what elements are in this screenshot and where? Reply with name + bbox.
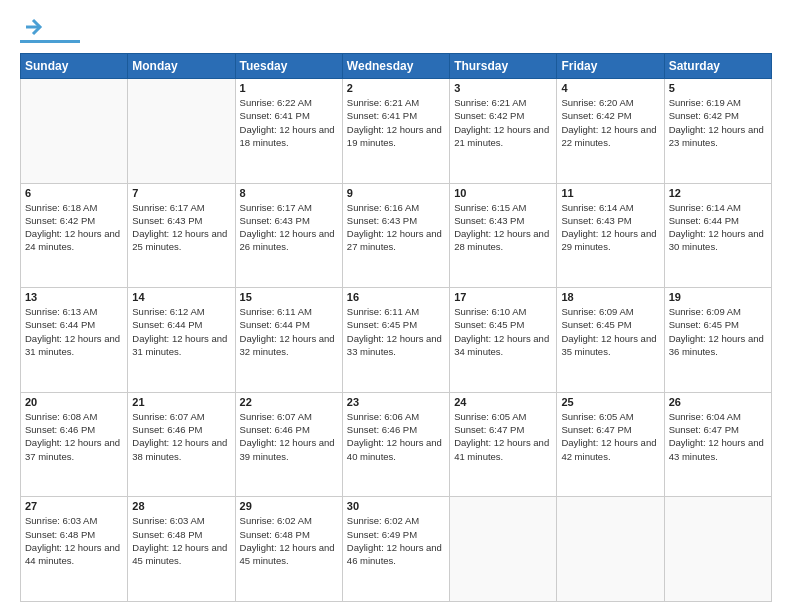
day-info: Sunrise: 6:02 AMSunset: 6:48 PMDaylight:… [240,514,338,567]
day-number: 12 [669,187,767,199]
day-number: 5 [669,82,767,94]
table-cell [557,497,664,602]
calendar-week-row: 6Sunrise: 6:18 AMSunset: 6:42 PMDaylight… [21,183,772,288]
day-number: 18 [561,291,659,303]
day-info: Sunrise: 6:20 AMSunset: 6:42 PMDaylight:… [561,96,659,149]
table-cell: 11Sunrise: 6:14 AMSunset: 6:43 PMDayligh… [557,183,664,288]
table-cell [128,79,235,184]
day-number: 28 [132,500,230,512]
day-info: Sunrise: 6:11 AMSunset: 6:45 PMDaylight:… [347,305,445,358]
day-info: Sunrise: 6:09 AMSunset: 6:45 PMDaylight:… [669,305,767,358]
day-info: Sunrise: 6:12 AMSunset: 6:44 PMDaylight:… [132,305,230,358]
day-info: Sunrise: 6:18 AMSunset: 6:42 PMDaylight:… [25,201,123,254]
day-number: 23 [347,396,445,408]
table-cell [450,497,557,602]
day-number: 27 [25,500,123,512]
calendar-week-row: 27Sunrise: 6:03 AMSunset: 6:48 PMDayligh… [21,497,772,602]
day-info: Sunrise: 6:09 AMSunset: 6:45 PMDaylight:… [561,305,659,358]
day-number: 14 [132,291,230,303]
table-cell: 18Sunrise: 6:09 AMSunset: 6:45 PMDayligh… [557,288,664,393]
day-number: 3 [454,82,552,94]
day-number: 11 [561,187,659,199]
day-number: 10 [454,187,552,199]
col-friday: Friday [557,54,664,79]
col-thursday: Thursday [450,54,557,79]
table-cell: 24Sunrise: 6:05 AMSunset: 6:47 PMDayligh… [450,392,557,497]
table-cell: 20Sunrise: 6:08 AMSunset: 6:46 PMDayligh… [21,392,128,497]
day-number: 6 [25,187,123,199]
day-info: Sunrise: 6:07 AMSunset: 6:46 PMDaylight:… [132,410,230,463]
day-number: 2 [347,82,445,94]
day-number: 25 [561,396,659,408]
day-info: Sunrise: 6:21 AMSunset: 6:41 PMDaylight:… [347,96,445,149]
day-info: Sunrise: 6:03 AMSunset: 6:48 PMDaylight:… [132,514,230,567]
day-number: 17 [454,291,552,303]
table-cell: 5Sunrise: 6:19 AMSunset: 6:42 PMDaylight… [664,79,771,184]
logo-underline [20,40,80,43]
table-cell: 8Sunrise: 6:17 AMSunset: 6:43 PMDaylight… [235,183,342,288]
day-number: 13 [25,291,123,303]
col-tuesday: Tuesday [235,54,342,79]
table-cell: 21Sunrise: 6:07 AMSunset: 6:46 PMDayligh… [128,392,235,497]
day-number: 20 [25,396,123,408]
day-info: Sunrise: 6:17 AMSunset: 6:43 PMDaylight:… [132,201,230,254]
table-cell: 14Sunrise: 6:12 AMSunset: 6:44 PMDayligh… [128,288,235,393]
day-info: Sunrise: 6:22 AMSunset: 6:41 PMDaylight:… [240,96,338,149]
day-info: Sunrise: 6:03 AMSunset: 6:48 PMDaylight:… [25,514,123,567]
day-number: 21 [132,396,230,408]
table-cell: 6Sunrise: 6:18 AMSunset: 6:42 PMDaylight… [21,183,128,288]
day-number: 29 [240,500,338,512]
table-cell: 4Sunrise: 6:20 AMSunset: 6:42 PMDaylight… [557,79,664,184]
table-cell: 9Sunrise: 6:16 AMSunset: 6:43 PMDaylight… [342,183,449,288]
day-number: 15 [240,291,338,303]
logo-icon [22,16,44,38]
table-cell: 7Sunrise: 6:17 AMSunset: 6:43 PMDaylight… [128,183,235,288]
table-cell [664,497,771,602]
day-number: 19 [669,291,767,303]
day-info: Sunrise: 6:13 AMSunset: 6:44 PMDaylight:… [25,305,123,358]
table-cell: 29Sunrise: 6:02 AMSunset: 6:48 PMDayligh… [235,497,342,602]
table-cell: 28Sunrise: 6:03 AMSunset: 6:48 PMDayligh… [128,497,235,602]
table-cell: 22Sunrise: 6:07 AMSunset: 6:46 PMDayligh… [235,392,342,497]
table-cell: 26Sunrise: 6:04 AMSunset: 6:47 PMDayligh… [664,392,771,497]
day-info: Sunrise: 6:04 AMSunset: 6:47 PMDaylight:… [669,410,767,463]
day-number: 4 [561,82,659,94]
col-monday: Monday [128,54,235,79]
calendar-week-row: 20Sunrise: 6:08 AMSunset: 6:46 PMDayligh… [21,392,772,497]
day-info: Sunrise: 6:15 AMSunset: 6:43 PMDaylight:… [454,201,552,254]
table-cell: 17Sunrise: 6:10 AMSunset: 6:45 PMDayligh… [450,288,557,393]
table-cell: 30Sunrise: 6:02 AMSunset: 6:49 PMDayligh… [342,497,449,602]
day-info: Sunrise: 6:21 AMSunset: 6:42 PMDaylight:… [454,96,552,149]
day-info: Sunrise: 6:02 AMSunset: 6:49 PMDaylight:… [347,514,445,567]
day-info: Sunrise: 6:14 AMSunset: 6:43 PMDaylight:… [561,201,659,254]
col-sunday: Sunday [21,54,128,79]
day-number: 8 [240,187,338,199]
table-cell: 15Sunrise: 6:11 AMSunset: 6:44 PMDayligh… [235,288,342,393]
day-info: Sunrise: 6:11 AMSunset: 6:44 PMDaylight:… [240,305,338,358]
day-number: 7 [132,187,230,199]
table-cell: 25Sunrise: 6:05 AMSunset: 6:47 PMDayligh… [557,392,664,497]
day-info: Sunrise: 6:14 AMSunset: 6:44 PMDaylight:… [669,201,767,254]
day-number: 24 [454,396,552,408]
day-info: Sunrise: 6:16 AMSunset: 6:43 PMDaylight:… [347,201,445,254]
table-cell: 3Sunrise: 6:21 AMSunset: 6:42 PMDaylight… [450,79,557,184]
col-wednesday: Wednesday [342,54,449,79]
day-number: 30 [347,500,445,512]
day-info: Sunrise: 6:05 AMSunset: 6:47 PMDaylight:… [454,410,552,463]
logo [20,16,80,43]
day-info: Sunrise: 6:05 AMSunset: 6:47 PMDaylight:… [561,410,659,463]
day-info: Sunrise: 6:07 AMSunset: 6:46 PMDaylight:… [240,410,338,463]
day-info: Sunrise: 6:17 AMSunset: 6:43 PMDaylight:… [240,201,338,254]
calendar-week-row: 1Sunrise: 6:22 AMSunset: 6:41 PMDaylight… [21,79,772,184]
table-cell: 19Sunrise: 6:09 AMSunset: 6:45 PMDayligh… [664,288,771,393]
calendar-table: Sunday Monday Tuesday Wednesday Thursday… [20,53,772,602]
calendar-week-row: 13Sunrise: 6:13 AMSunset: 6:44 PMDayligh… [21,288,772,393]
table-cell: 13Sunrise: 6:13 AMSunset: 6:44 PMDayligh… [21,288,128,393]
day-number: 26 [669,396,767,408]
day-info: Sunrise: 6:19 AMSunset: 6:42 PMDaylight:… [669,96,767,149]
table-cell: 1Sunrise: 6:22 AMSunset: 6:41 PMDaylight… [235,79,342,184]
col-saturday: Saturday [664,54,771,79]
header [20,16,772,43]
table-cell: 23Sunrise: 6:06 AMSunset: 6:46 PMDayligh… [342,392,449,497]
day-number: 9 [347,187,445,199]
